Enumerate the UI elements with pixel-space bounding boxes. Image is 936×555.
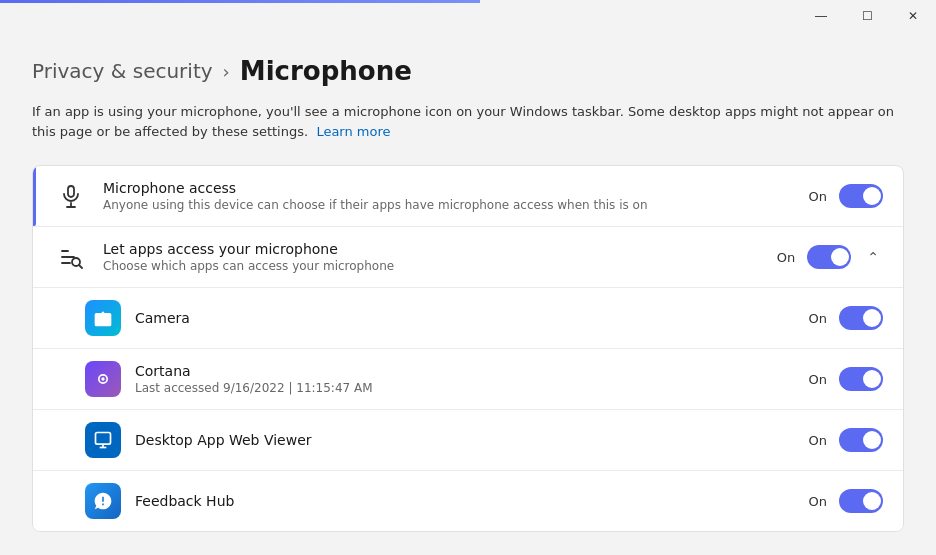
let-apps-access-text: Let apps access your microphone Choose w… <box>103 241 777 273</box>
toggle-track-2 <box>807 245 851 269</box>
feedback-controls: On <box>809 489 883 513</box>
section-accent <box>33 166 36 226</box>
description-text: If an app is using your microphone, you'… <box>32 104 894 139</box>
let-apps-access-controls: On ⌃ <box>777 245 883 269</box>
let-apps-access-subtitle: Choose which apps can access your microp… <box>103 259 777 273</box>
breadcrumb-parent[interactable]: Privacy & security <box>32 59 213 83</box>
desktop-toggle-thumb <box>863 431 881 449</box>
main-content: Privacy & security › Microphone If an ap… <box>0 32 936 548</box>
feedback-toggle-track <box>839 489 883 513</box>
camera-app-text: Camera <box>135 310 809 326</box>
camera-app-icon <box>85 300 121 336</box>
microphone-access-row: Microphone access Anyone using this devi… <box>33 166 903 227</box>
svg-point-6 <box>72 258 80 266</box>
cortana-app-text: Cortana Last accessed 9/16/2022 | 11:15:… <box>135 363 809 395</box>
camera-status: On <box>809 311 827 326</box>
camera-toggle-thumb <box>863 309 881 327</box>
microphone-access-text: Microphone access Anyone using this devi… <box>103 180 809 212</box>
desktop-app-text: Desktop App Web Viewer <box>135 432 809 448</box>
feedback-toggle[interactable] <box>839 489 883 513</box>
apps-access-icon <box>53 239 89 275</box>
breadcrumb-separator: › <box>223 61 230 82</box>
settings-panel: Microphone access Anyone using this devi… <box>32 165 904 532</box>
desktop-toggle[interactable] <box>839 428 883 452</box>
breadcrumb-current: Microphone <box>240 56 412 86</box>
desktop-toggle-track <box>839 428 883 452</box>
svg-rect-10 <box>96 433 111 445</box>
cortana-icon-inner <box>93 369 113 389</box>
learn-more-link[interactable]: Learn more <box>316 124 390 139</box>
maximize-button[interactable]: ☐ <box>844 0 890 32</box>
camera-app-title: Camera <box>135 310 809 326</box>
let-apps-access-status: On <box>777 250 795 265</box>
cortana-toggle-track <box>839 367 883 391</box>
toggle-thumb-2 <box>831 248 849 266</box>
let-apps-access-toggle[interactable] <box>807 245 851 269</box>
cortana-app-title: Cortana <box>135 363 809 379</box>
microphone-icon <box>53 178 89 214</box>
svg-point-9 <box>101 377 104 380</box>
cortana-app-subtitle: Last accessed 9/16/2022 | 11:15:47 AM <box>135 381 809 395</box>
camera-toggle-track <box>839 306 883 330</box>
microphone-access-status: On <box>809 189 827 204</box>
let-apps-access-row: Let apps access your microphone Choose w… <box>33 227 903 288</box>
feedback-hub-icon <box>85 483 121 519</box>
let-apps-access-title: Let apps access your microphone <box>103 241 777 257</box>
svg-rect-0 <box>68 186 74 197</box>
desktop-icon-inner <box>93 430 113 450</box>
toggle-thumb <box>863 187 881 205</box>
camera-toggle[interactable] <box>839 306 883 330</box>
minimize-button[interactable]: — <box>798 0 844 32</box>
feedback-icon-inner <box>93 491 113 511</box>
svg-line-7 <box>80 266 83 269</box>
cortana-toggle-thumb <box>863 370 881 388</box>
cortana-toggle[interactable] <box>839 367 883 391</box>
titlebar: — ☐ ✕ <box>0 0 936 32</box>
desktop-controls: On <box>809 428 883 452</box>
titlebar-buttons: — ☐ ✕ <box>798 0 936 32</box>
cortana-app-row: Cortana Last accessed 9/16/2022 | 11:15:… <box>33 349 903 410</box>
feedback-status: On <box>809 494 827 509</box>
desktop-status: On <box>809 433 827 448</box>
microphone-access-controls: On <box>809 184 883 208</box>
breadcrumb: Privacy & security › Microphone <box>32 56 904 86</box>
camera-app-row: Camera On <box>33 288 903 349</box>
desktop-app-title: Desktop App Web Viewer <box>135 432 809 448</box>
desktop-app-icon <box>85 422 121 458</box>
feedback-toggle-thumb <box>863 492 881 510</box>
cortana-app-icon <box>85 361 121 397</box>
progress-bar <box>0 0 480 3</box>
cortana-status: On <box>809 372 827 387</box>
page-description: If an app is using your microphone, you'… <box>32 102 902 141</box>
cortana-controls: On <box>809 367 883 391</box>
feedback-hub-title: Feedback Hub <box>135 493 809 509</box>
chevron-up-icon[interactable]: ⌃ <box>863 245 883 269</box>
microphone-access-toggle[interactable] <box>839 184 883 208</box>
close-button[interactable]: ✕ <box>890 0 936 32</box>
feedback-hub-row: Feedback Hub On <box>33 471 903 531</box>
desktop-app-row: Desktop App Web Viewer On <box>33 410 903 471</box>
camera-controls: On <box>809 306 883 330</box>
microphone-access-subtitle: Anyone using this device can choose if t… <box>103 198 809 212</box>
camera-icon-inner <box>93 308 113 328</box>
microphone-access-title: Microphone access <box>103 180 809 196</box>
feedback-hub-text: Feedback Hub <box>135 493 809 509</box>
toggle-track <box>839 184 883 208</box>
